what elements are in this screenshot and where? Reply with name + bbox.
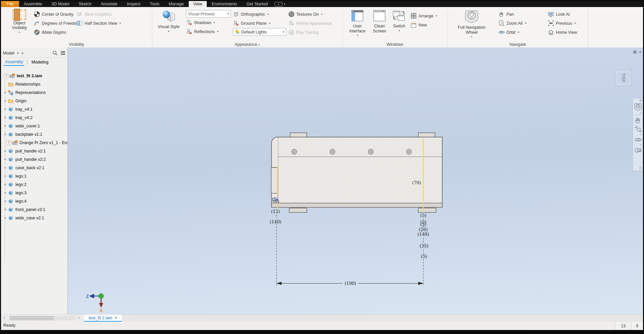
expander-icon[interactable]: + xyxy=(3,107,7,112)
tree-item-part[interactable]: + tray_v4:1 xyxy=(1,105,67,113)
tree-item-representations[interactable]: + Representations xyxy=(1,88,67,97)
scroll-right-arrow[interactable]: › xyxy=(78,315,79,320)
home-view-button[interactable]: Home View xyxy=(548,28,577,36)
orbit-icon[interactable] xyxy=(634,136,642,143)
imate-glyphs-button[interactable]: iMate Glyphs xyxy=(34,28,80,36)
degrees-of-freedom-button[interactable]: Degrees of Freedom xyxy=(34,19,80,27)
menu-item-get-started[interactable]: Get Started xyxy=(242,1,273,7)
navbar-minimize-icon[interactable]: ⊖ xyxy=(639,166,642,170)
viewcube[interactable]: TOP xyxy=(615,70,632,86)
close-icon[interactable]: × xyxy=(639,49,642,54)
navbar-close-icon[interactable]: ⊗ xyxy=(639,99,642,102)
visual-style-button[interactable]: Visual Style ▾ xyxy=(155,10,182,33)
expander-icon[interactable]: + xyxy=(3,157,7,162)
expander-icon[interactable]: + xyxy=(3,182,7,187)
tree-item-part[interactable]: + pull_handle v2:2 xyxy=(1,155,67,163)
add-panel-tab-button[interactable]: + xyxy=(21,50,24,56)
tree-item-origin[interactable]: + Origin xyxy=(1,97,67,105)
pan-hand-icon[interactable] xyxy=(634,117,642,124)
tree-item-part[interactable]: + legs:3 xyxy=(1,189,67,197)
tree-item-part[interactable]: + wide_case v2:1 xyxy=(1,214,67,222)
expander-icon[interactable]: + xyxy=(3,165,7,170)
menu-item-file[interactable]: File xyxy=(1,1,19,7)
tree-item-root[interactable]: ? test_fit 2.iam xyxy=(1,72,67,80)
expander-icon[interactable]: + xyxy=(3,132,7,137)
tree-item-part[interactable]: + case_back v2:1 xyxy=(1,163,67,172)
tab-modeling[interactable]: Modeling xyxy=(30,59,50,66)
tree-item-relationships[interactable]: Relationships xyxy=(1,80,67,88)
menu-item-annotate[interactable]: Annotate xyxy=(96,1,122,7)
pan-button[interactable]: Pan xyxy=(498,10,526,18)
tree-item-part[interactable]: + legs:1 xyxy=(1,172,67,180)
expander-icon[interactable]: + xyxy=(3,191,7,195)
viewcube-top-face[interactable]: TOP xyxy=(618,72,629,84)
tree-item-part[interactable]: + pull_handle v2:1 xyxy=(1,147,67,155)
menu-item-assemble[interactable]: Assemble xyxy=(19,1,47,7)
expander-icon[interactable]: + xyxy=(3,199,7,204)
expander-icon[interactable]: + xyxy=(3,99,7,103)
look-at-button[interactable]: Look At xyxy=(548,10,577,18)
expander-icon[interactable]: + xyxy=(3,216,7,220)
browser-tab-model[interactable]: Model xyxy=(3,51,14,55)
lighting-style-combo[interactable]: Default Lights ▾ xyxy=(233,28,286,36)
center-of-gravity-button[interactable]: Center of Gravity xyxy=(34,10,80,18)
close-icon[interactable]: × xyxy=(17,51,19,55)
dock-grid-icon[interactable]: ⊞ xyxy=(633,49,637,54)
orthographic-button[interactable]: Orthographic ▾ xyxy=(233,10,286,18)
tree-item-part[interactable]: + tray_v4:2 xyxy=(1,113,67,122)
tree-item-part[interactable]: + legs:2 xyxy=(1,180,67,189)
expander-icon[interactable]: + xyxy=(3,149,7,153)
ribbon-collapse-button[interactable]: ▴ ▾ xyxy=(275,1,285,7)
tree-item-part[interactable]: + wide_cover:1 xyxy=(1,122,67,130)
menu-item-sketch[interactable]: Sketch xyxy=(74,1,96,7)
new-window-button[interactable]: New xyxy=(411,21,437,29)
tree-item-part[interactable]: + legs:4 xyxy=(1,197,67,205)
tree-item-subassembly[interactable]: ? Orange Pi Zero v1_1 - Ensambl xyxy=(1,138,67,147)
orbit-button[interactable]: Orbit ▾ xyxy=(498,28,526,36)
expander-icon[interactable]: + xyxy=(3,124,7,128)
half-section-view-button[interactable]: Half Section View ▾ xyxy=(76,19,121,27)
group-label-appearance[interactable]: Appearance ▾ xyxy=(152,42,342,47)
hamburger-menu-icon[interactable] xyxy=(60,51,65,55)
previous-view-button[interactable]: Previous ▾ xyxy=(548,19,577,27)
ray-tracing-button[interactable]: Ray Tracing xyxy=(288,28,332,36)
slice-graphics-button[interactable]: Slice Graphics xyxy=(76,10,121,18)
document-tab-active[interactable]: test_fit 2.iam × xyxy=(84,315,122,322)
zoom-all-button[interactable]: Zoom All ▾ xyxy=(498,19,526,27)
menu-item-inspect[interactable]: Inspect xyxy=(122,1,145,7)
object-visibility-button[interactable]: Object Visibility ▾ xyxy=(6,10,32,34)
visual-presets-combo[interactable]: Visual Presets ▾ xyxy=(186,10,231,18)
viewport-canvas[interactable]: (70) (5) (6) (12) (140) (5) (5) (5) (26)… xyxy=(68,47,643,314)
full-navigation-wheel-button[interactable]: Full Navigation Wheel ▾ xyxy=(452,10,491,38)
reflections-button[interactable]: Reflections ▾ xyxy=(186,27,231,36)
expander-icon[interactable]: + xyxy=(3,90,7,95)
chevron-down-icon[interactable]: ▾ xyxy=(640,133,641,135)
chevron-down-icon[interactable]: ▾ xyxy=(640,144,641,146)
switch-button[interactable]: Switch ▾ xyxy=(390,10,408,32)
arrange-button[interactable]: Arrange ▾ xyxy=(411,12,437,20)
menu-item-environments[interactable]: Environments xyxy=(207,1,241,7)
menu-item-tools[interactable]: Tools xyxy=(145,1,164,7)
textures-on-button[interactable]: Textures On ▾ xyxy=(288,10,332,18)
tree-item-part[interactable]: + backplate v1:1 xyxy=(1,130,67,138)
search-icon[interactable] xyxy=(52,50,58,56)
shadows-button[interactable]: Shadows ▾ xyxy=(186,18,231,27)
chevron-down-icon[interactable]: ▾ xyxy=(640,112,641,114)
navigation-wheel-icon[interactable] xyxy=(634,103,642,111)
menu-item-manage[interactable]: Manage xyxy=(164,1,188,7)
menu-item-view[interactable]: View xyxy=(189,1,207,7)
refine-appearance-button[interactable]: Refine Appearance xyxy=(288,19,332,27)
tree-item-part[interactable]: + front_panel v3:1 xyxy=(1,205,67,214)
menu-item-3d-model[interactable]: 3D Model xyxy=(47,1,74,7)
expander-icon[interactable]: + xyxy=(3,207,7,212)
expander-icon[interactable]: + xyxy=(3,115,7,120)
zoom-icon[interactable] xyxy=(634,125,642,133)
assembly-model[interactable] xyxy=(271,133,442,213)
scrollbar-thumb[interactable] xyxy=(10,316,54,320)
ground-plane-button[interactable]: Ground Plane ▾ xyxy=(233,19,286,27)
close-icon[interactable]: × xyxy=(115,316,117,320)
expander-icon[interactable]: + xyxy=(3,174,7,179)
model-view[interactable]: (70) (5) (6) (12) (140) (5) (5) (5) (26)… xyxy=(68,47,643,313)
tab-assembly[interactable]: Assembly xyxy=(4,59,24,66)
user-interface-button[interactable]: User Interface ▾ xyxy=(347,10,368,37)
